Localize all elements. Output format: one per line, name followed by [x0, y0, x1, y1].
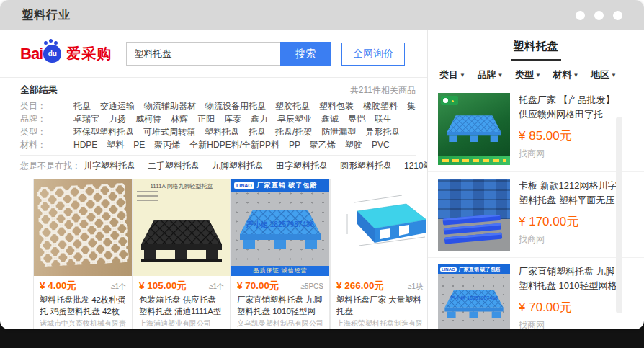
image-watermark: 严小姐 18257987436	[438, 295, 510, 302]
inquiry-button[interactable]: 全网询价	[341, 43, 405, 66]
product-image-eggtray[interactable]	[34, 179, 132, 276]
product-card[interactable]: ¥ 4.00元 ≥1个 塑料托盘批发 42枚种蛋托 鸡蛋塑料托盘 42枚种蛋运输…	[34, 179, 132, 329]
filter-option[interactable]: 可堆式周转箱	[143, 125, 195, 138]
product-image-render[interactable]	[331, 179, 428, 276]
filter-option[interactable]: PVC	[372, 138, 390, 151]
black-pallet-graphic	[137, 214, 226, 270]
filter-option[interactable]: 林辉	[171, 112, 188, 125]
sidebar-filter-category[interactable]: 类目▼	[439, 68, 465, 81]
filter-option[interactable]: 交通运输	[100, 99, 135, 112]
sidebar-product-item[interactable]: 卡板 新款1212网格川字塑料托盘 塑料平面无压痕加强筋叉车卡板 ¥ 170.0…	[428, 172, 644, 258]
filter-option[interactable]: 塑料	[107, 138, 124, 151]
filter-option[interactable]: 威柯特	[135, 112, 161, 125]
filter-row-category: 类目： 托盘 交通运输 物流辅助器材 物流设备用托盘 塑胶托盘 塑料包装 橡胶塑…	[20, 99, 416, 112]
filter-option[interactable]: 托盘/托架	[275, 125, 312, 138]
filter-option[interactable]: 物流设备用托盘	[205, 99, 266, 112]
chevron-down-icon: ▼	[498, 72, 504, 79]
sidebar-product-title[interactable]: 厂家直销塑料托盘 九脚塑料托盘 1010轻型网格九脚塑料托盘 方形	[519, 264, 618, 293]
search-input[interactable]	[126, 42, 280, 66]
channel-pallet-graphic	[441, 215, 507, 245]
sidebar-product-price: ¥ 85.00元	[519, 128, 618, 144]
sidebar-filter-region[interactable]: 地区▼	[591, 68, 617, 81]
filter-option[interactable]: 库泰	[224, 112, 241, 125]
product-moq: ≥1个	[209, 281, 224, 292]
filter-option[interactable]: 托盘	[249, 125, 266, 138]
sidebar-product-source[interactable]: 找商网	[519, 148, 618, 160]
baidu-aicaigou-logo[interactable]: Bai du 爱采购	[20, 44, 112, 63]
sidebar-product-source[interactable]: 找商网	[519, 319, 618, 329]
filter-option[interactable]: 昱恺	[348, 112, 365, 125]
suggestion-link[interactable]: 川字塑料托盘	[84, 160, 135, 172]
filter-option[interactable]: 集装整理设备	[407, 99, 416, 112]
render-pallet-graphic	[333, 189, 428, 259]
sidebar-product-price: ¥ 70.00元	[519, 299, 618, 316]
sidebar-product-image[interactable]: LINAO 厂家直销 破了包赔 严小姐 18257987436	[438, 264, 510, 329]
product-card[interactable]: 1111A 网格九脚轻型托盘	[133, 179, 230, 329]
filter-option[interactable]: 联生	[375, 112, 392, 125]
product-moq: ≥1块	[408, 281, 423, 292]
filter-option[interactable]: 正阳	[197, 112, 215, 125]
suggestion-link[interactable]: 二手塑料托盘	[148, 160, 200, 172]
sidebar-product-image[interactable]	[438, 179, 510, 251]
filter-option[interactable]: PP	[289, 138, 300, 151]
suggestion-link[interactable]: 圆形塑料托盘	[340, 160, 392, 172]
suggestion-link[interactable]: 九脚塑料托盘	[212, 160, 264, 172]
filter-option[interactable]: PE	[133, 138, 145, 151]
sidebar-product-image[interactable]	[438, 93, 510, 165]
sidebar-product-item[interactable]: LINAO 厂家直销 破了包赔 严小姐 18257987436	[428, 258, 644, 329]
filter-option[interactable]: 塑料托盘	[205, 125, 239, 138]
filter-option[interactable]: 鑫力	[251, 112, 268, 125]
filter-option[interactable]: 橡胶塑料	[363, 99, 398, 112]
image-spec-lines	[137, 191, 158, 204]
filter-row-material: 材料： HDPE 塑料 PE 聚丙烯 全新HDPE料/全新PP料 PP 聚乙烯 …	[20, 138, 416, 151]
product-card[interactable]: LINAO 厂家直销 破了包赔 严小姐 18257987436	[231, 179, 329, 329]
chevron-down-icon: ▼	[611, 72, 617, 79]
sidebar-filter-type[interactable]: 类型▼	[515, 68, 541, 81]
filter-option[interactable]: HDPE	[73, 138, 97, 151]
image-banner-top: LINAO 厂家直销 破了包赔	[438, 264, 510, 274]
sidebar-product-title[interactable]: 卡板 新款1212网格川字塑料托盘 塑料平面无压痕加强筋叉车卡板	[519, 179, 618, 208]
suggestion-link[interactable]: 田字塑料托盘	[276, 160, 328, 172]
product-title[interactable]: 厂家直销塑料托盘 九脚塑料托盘 1010轻型网格九脚塑料托盘 方形	[237, 294, 323, 317]
sidebar-title: 塑料托盘	[511, 40, 561, 61]
sidebar-scrollbar[interactable]	[616, 117, 622, 313]
filter-option[interactable]: 力扬	[109, 112, 126, 125]
image-banner-bottom: 品质保证 诚信经营 18257987436	[231, 266, 329, 276]
product-image-black-pallet[interactable]: 1111A 网格九脚轻型托盘	[133, 179, 230, 276]
filter-option[interactable]: 阜辰塑业	[277, 112, 312, 125]
filter-option[interactable]: 聚乙烯	[310, 138, 336, 151]
filter-option[interactable]: 异形托盘	[365, 125, 400, 138]
sidebar-product-title[interactable]: 托盘厂家 【产品批发】供应赣州网格田字托盘、热销进口新料塑料托盘	[519, 93, 618, 122]
filter-option[interactable]: 全新HDPE料/全新PP料	[189, 138, 279, 151]
sidebar-filter-material[interactable]: 材料▼	[553, 68, 579, 81]
product-title[interactable]: 塑料托盘批发 42枚种蛋托 鸡蛋塑料托盘 42枚种蛋运输托	[40, 294, 126, 317]
search-button[interactable]: 搜索	[280, 42, 331, 66]
filter-option[interactable]: 塑胶托盘	[275, 99, 310, 112]
suggestion-link[interactable]: 1210塑料托盘	[404, 160, 428, 172]
filter-option[interactable]: 塑料包装	[319, 99, 354, 112]
filter-label: 类目：	[20, 99, 73, 112]
filter-option[interactable]: 鑫诚	[321, 112, 339, 125]
pallet-stack-background	[438, 179, 510, 219]
sidebar-product-item[interactable]: 托盘厂家 【产品批发】供应赣州网格田字托盘、热销进口新料塑料托盘 ¥ 85.00…	[428, 86, 644, 172]
filter-option[interactable]: 卓瑞宝	[73, 112, 99, 125]
blue-pallet-graphic	[442, 285, 506, 326]
product-card[interactable]: ¥ 266.00元 ≥1块 塑料托盘厂家 大量塑料托盘 上海积荣塑料托盘制造有限…	[331, 179, 428, 329]
filter-option[interactable]: 托盘	[73, 99, 91, 112]
product-price: ¥ 105.00元	[139, 280, 187, 291]
sidebar-product-price: ¥ 170.00元	[519, 213, 618, 230]
sidebar-product-source[interactable]: 找商网	[519, 233, 618, 246]
blue-pallet-graphic	[236, 204, 325, 260]
product-title[interactable]: 塑料托盘厂家 大量塑料托盘	[336, 294, 423, 317]
filter-option[interactable]: 物流辅助器材	[144, 99, 196, 112]
filter-label: 品牌：	[20, 112, 73, 125]
filter-option[interactable]: 聚丙烯	[154, 138, 180, 151]
product-image-blue-pallet[interactable]: LINAO 厂家直销 破了包赔 严小姐 18257987436	[231, 179, 329, 276]
filter-option[interactable]: 塑胶	[345, 138, 362, 151]
filter-option[interactable]: 防泄漏型	[321, 125, 356, 138]
filter-option[interactable]: 环保型塑料托盘	[73, 125, 134, 138]
window-control-dot	[613, 11, 622, 20]
product-title[interactable]: 包装箱托盘 供应托盘 塑料托盘 浦迪1111A型托盘 天津二手塑料...	[139, 294, 224, 317]
image-watermark: 严小姐 18257987436	[231, 220, 329, 230]
sidebar-filter-brand[interactable]: 品牌▼	[478, 68, 504, 81]
